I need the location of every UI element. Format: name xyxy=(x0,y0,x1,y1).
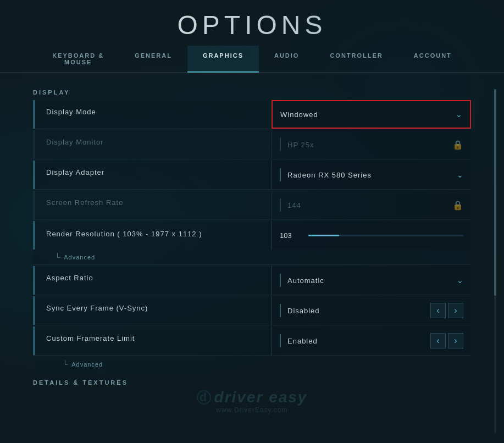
tab-audio[interactable]: AUDIO xyxy=(259,46,314,72)
scrollbar-thumb[interactable] xyxy=(494,89,496,296)
framerate-limit-row: Custom Framerate Limit Enabled ‹ › xyxy=(33,326,471,356)
display-adapter-dropdown-arrow[interactable]: ⌄ xyxy=(457,170,463,179)
aspect-ratio-label: Aspect Ratio xyxy=(35,266,272,295)
display-settings-list: Display Mode Windowed ⌄ Display Monitor … xyxy=(33,100,471,372)
display-mode-value: Windowed xyxy=(280,110,451,119)
tab-account[interactable]: ACCOUNT xyxy=(398,46,467,72)
framerate-advanced[interactable]: Advanced xyxy=(33,357,471,372)
display-mode-control[interactable]: Windowed ⌄ xyxy=(272,100,471,129)
render-resolution-control[interactable]: 103 xyxy=(272,221,471,250)
framerate-limit-control: Enabled ‹ › xyxy=(272,326,471,355)
display-section-header: DISPLAY xyxy=(33,89,471,96)
tab-keyboard-mouse[interactable]: KEYBOARD &MOUSE xyxy=(37,46,119,72)
content-area: DISPLAY Display Mode Windowed ⌄ Display … xyxy=(0,73,504,443)
vsync-control: Disabled ‹ › xyxy=(272,296,471,325)
watermark: d driver easy www.DriverEasy.com xyxy=(197,389,308,414)
vsync-value: Disabled xyxy=(287,307,430,315)
aspect-ratio-dropdown-arrow[interactable]: ⌄ xyxy=(457,276,463,285)
page-title: OPTIONS xyxy=(0,10,504,40)
render-resolution-label: Render Resolution ( 103% - 1977 x 1112 ) xyxy=(35,221,272,250)
watermark-line2: www.DriverEasy.com xyxy=(197,406,308,414)
display-monitor-value: HP 25x xyxy=(287,141,452,149)
vsync-row: Sync Every Frame (V-Sync) Disabled ‹ › xyxy=(33,296,471,325)
screen-refresh-rate-label: Screen Refresh Rate xyxy=(35,191,272,219)
screen-refresh-rate-value: 144 xyxy=(287,201,452,209)
tab-graphics[interactable]: GRAPHICS xyxy=(187,46,259,72)
framerate-limit-arrow-controls: ‹ › xyxy=(430,333,463,348)
details-textures-header: DETAILS & TEXTURES xyxy=(33,372,471,390)
nav-tabs: KEYBOARD &MOUSE GENERAL GRAPHICS AUDIO C… xyxy=(0,46,504,73)
screen-refresh-rate-control: 144 🔒 xyxy=(272,191,471,219)
display-adapter-control[interactable]: Radeon RX 580 Series ⌄ xyxy=(272,160,471,189)
vsync-arrow-controls: ‹ › xyxy=(430,303,463,318)
screen-refresh-rate-lock-icon: 🔒 xyxy=(452,200,463,211)
display-adapter-value: Radeon RX 580 Series xyxy=(287,171,452,179)
vsync-next-button[interactable]: › xyxy=(448,303,463,318)
screen-refresh-rate-row: Screen Refresh Rate 144 🔒 xyxy=(33,191,471,220)
display-mode-row: Display Mode Windowed ⌄ xyxy=(33,100,471,129)
render-resolution-slider[interactable] xyxy=(308,235,463,236)
framerate-limit-next-button[interactable]: › xyxy=(448,333,463,348)
display-monitor-label: Display Monitor xyxy=(35,130,272,159)
render-resolution-value: 103 xyxy=(280,231,302,240)
display-adapter-label: Display Adapter xyxy=(35,160,272,189)
scrollbar[interactable] xyxy=(494,89,496,433)
watermark-line1: d driver easy xyxy=(197,389,308,406)
display-adapter-row: Display Adapter Radeon RX 580 Series ⌄ xyxy=(33,160,471,190)
tab-controller[interactable]: CONTROLLER xyxy=(314,46,398,72)
display-mode-dropdown-arrow[interactable]: ⌄ xyxy=(456,110,462,119)
framerate-limit-label: Custom Framerate Limit xyxy=(35,326,272,355)
tab-general[interactable]: GENERAL xyxy=(119,46,187,72)
render-resolution-advanced[interactable]: Advanced xyxy=(33,250,471,264)
render-resolution-row: Render Resolution ( 103% - 1977 x 1112 )… xyxy=(33,221,471,265)
display-mode-label: Display Mode xyxy=(35,100,272,129)
header: OPTIONS KEYBOARD &MOUSE GENERAL GRAPHICS… xyxy=(0,0,504,73)
display-monitor-control: HP 25x 🔒 xyxy=(272,130,471,159)
aspect-ratio-control[interactable]: Automatic ⌄ xyxy=(272,266,471,295)
framerate-limit-prev-button[interactable]: ‹ xyxy=(430,333,446,348)
display-monitor-lock-icon: 🔒 xyxy=(452,140,463,150)
display-monitor-row: Display Monitor HP 25x 🔒 xyxy=(33,130,471,159)
aspect-ratio-row: Aspect Ratio Automatic ⌄ xyxy=(33,266,471,295)
vsync-label: Sync Every Frame (V-Sync) xyxy=(35,296,272,325)
vsync-prev-button[interactable]: ‹ xyxy=(430,303,446,318)
aspect-ratio-value: Automatic xyxy=(287,276,452,285)
framerate-limit-value: Enabled xyxy=(287,337,430,345)
